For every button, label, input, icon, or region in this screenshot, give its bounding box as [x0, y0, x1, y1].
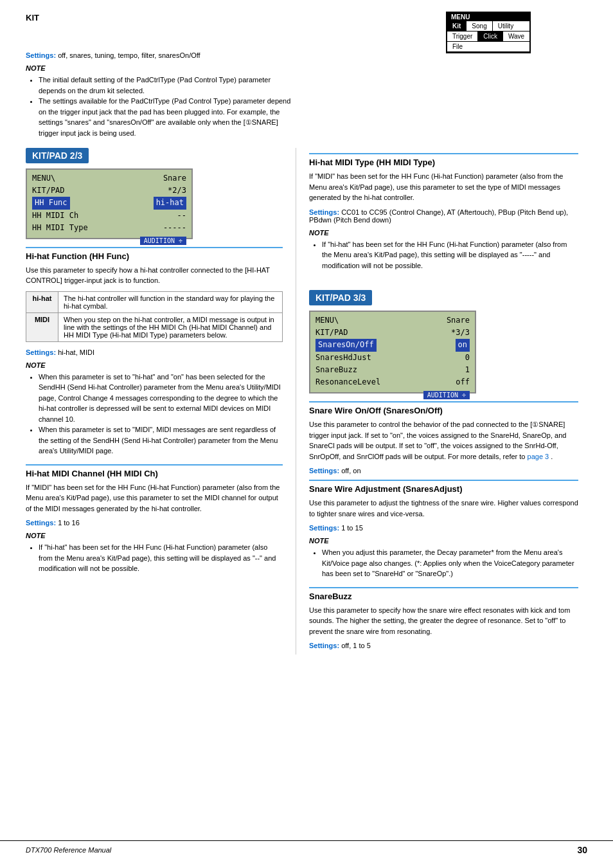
- lcd-page: *2/3: [168, 185, 186, 197]
- snaresonoff-link[interactable]: page 3: [528, 453, 549, 460]
- lcd-row5: HH MIDI Type -----: [32, 222, 186, 234]
- tab-utility[interactable]: Utility: [493, 21, 519, 31]
- hhmidich-settings: Settings: 1 to 16: [26, 519, 283, 527]
- lcd3-row6: ResonanceLevel off: [315, 376, 470, 388]
- settings-value: off, snares, tuning, tempo, filter, snar…: [58, 51, 200, 59]
- hhmidich-description: If "MIDI" has been set for the HH Func (…: [26, 482, 283, 514]
- snaresonoff-divider: [309, 401, 578, 402]
- hhfunc-note-1: When this parameter is set to "hi-hat" a…: [39, 372, 283, 425]
- hhmiditype-divider: [309, 153, 578, 154]
- main-content: KIT/PAD 2/3 MENU\ Snare KIT/PAD *2/3 HH …: [0, 148, 613, 655]
- lcd-audition[interactable]: AUDITION ÷: [140, 237, 186, 245]
- hhmiditype-note: NOTE If "hi-hat" has been set for the HH…: [309, 229, 578, 271]
- kitpad3-section: KIT/PAD 3/3 MENU\ Snare KIT/PAD *3/3 Sna…: [309, 290, 578, 649]
- settings-label: Settings:: [26, 51, 56, 59]
- hhmidich-settings-value: 1 to 16: [58, 519, 80, 527]
- hhmidich-settings-label: Settings:: [26, 519, 56, 527]
- menu-tabs-row2: Trigger Click Wave: [447, 32, 529, 42]
- tab-trigger[interactable]: Trigger: [447, 32, 478, 41]
- lcd3-page: *3/3: [451, 327, 470, 339]
- lcd3-kitpad: KIT/PAD: [315, 327, 348, 339]
- hhfunc-settings: Settings: hi-hat, MIDI: [26, 348, 283, 356]
- snaresadjust-settings: Settings: 1 to 15: [309, 524, 578, 532]
- table-cell-hihat-key: hi-hat: [26, 291, 58, 312]
- kitpad3-lcd: MENU\ Snare KIT/PAD *3/3 SnaresOn/Off on…: [309, 311, 476, 393]
- hhmiditype-settings: Settings: CC01 to CC95 (Control Change),…: [309, 208, 578, 224]
- snaresonoff-settings-label: Settings:: [309, 467, 339, 475]
- snaresadjust-note-1: When you adjust this parameter, the Deca…: [322, 547, 578, 579]
- lcd3-row2: KIT/PAD *3/3: [315, 327, 470, 339]
- lcd3-row3: SnaresOn/Off on: [315, 339, 470, 351]
- lcd3-row1: MENU\ Snare: [315, 314, 470, 327]
- snarebuzz-heading: SnareBuzz: [309, 592, 578, 601]
- snaresadjust-note-list: When you adjust this parameter, the Deca…: [309, 547, 578, 579]
- hhmiditype-note-title: NOTE: [309, 229, 578, 237]
- right-column: Hi-hat MIDI Type (HH MIDI Type) If "MIDI…: [296, 148, 591, 655]
- menu-box: MENU Kit Song Utility Trigger Click Wave…: [446, 12, 531, 53]
- table-cell-midi-key: MIDI: [26, 312, 58, 341]
- table-cell-hihat-value: The hi-hat controller will function in t…: [58, 291, 283, 312]
- snarebuzz-settings-value: off, 1 to 5: [341, 642, 371, 649]
- snaresadjust-divider: [309, 480, 578, 481]
- hhmidich-note-1: If "hi-hat" has been set for the HH Func…: [39, 542, 283, 574]
- hhmidich-heading: Hi-hat MIDI Channel (HH MIDI Ch): [26, 469, 283, 478]
- lcd3-resonance-label: ResonanceLevel: [315, 376, 380, 388]
- snaresonoff-settings-value: off, on: [341, 467, 360, 475]
- hhmidich-note-list: If "hi-hat" has been set for the HH Func…: [26, 542, 283, 574]
- lcd3-resonance-value: off: [456, 376, 470, 388]
- lcd3-row4: SnaresHdJust 0: [315, 352, 470, 364]
- hhmiditype-heading: Hi-hat MIDI Type (HH MIDI Type): [309, 158, 578, 167]
- hhfunc-heading: Hi-hat Function (HH Func): [26, 251, 283, 261]
- table-cell-midi-value: When you step on the hi-hat controller, …: [58, 312, 283, 341]
- left-column: KIT/PAD 2/3 MENU\ Snare KIT/PAD *2/3 HH …: [0, 148, 296, 655]
- snarebuzz-description: Use this parameter to specify how the sn…: [309, 605, 578, 637]
- lcd3-audition[interactable]: AUDITION ÷: [423, 391, 470, 399]
- kitpad2-section: KIT/PAD 2/3 MENU\ Snare KIT/PAD *2/3 HH …: [26, 148, 283, 574]
- lcd-row1: MENU\ Snare: [32, 172, 186, 185]
- lcd3-snarebuzz-value: 1: [465, 364, 470, 376]
- top-note-block: NOTE The initial default setting of the …: [26, 64, 296, 138]
- lcd3-menu: MENU\: [315, 314, 339, 327]
- hhmidich-divider: [26, 464, 283, 466]
- lcd-hhmidich-label: HH MIDI Ch: [32, 210, 78, 222]
- kitpad2-header: KIT/PAD 2/3: [26, 148, 89, 163]
- snaresadjust-settings-label: Settings:: [309, 524, 339, 532]
- lcd-row4: HH MIDI Ch --: [32, 210, 186, 222]
- lcd3-snareshd-label: SnaresHdJust: [315, 352, 371, 364]
- note-title: NOTE: [26, 64, 296, 72]
- snaresadjust-note-title: NOTE: [309, 537, 578, 545]
- lcd-kitpad: KIT/PAD: [32, 185, 65, 197]
- lcd3-row5: SnareBuzz 1: [315, 364, 470, 376]
- lcd-hhfunc-label: HH Func: [32, 197, 70, 209]
- hhmidich-note: NOTE If "hi-hat" has been set for the HH…: [26, 532, 283, 574]
- top-navigation: MENU Kit Song Utility Trigger Click Wave…: [446, 12, 587, 53]
- snaresonoff-desc2: .: [551, 453, 553, 460]
- tab-kit[interactable]: Kit: [447, 21, 466, 31]
- tab-song[interactable]: Song: [466, 21, 492, 31]
- page-title: KIT: [26, 13, 39, 23]
- lcd-hhmiditype-value: -----: [163, 222, 186, 234]
- menu-header: MENU: [447, 13, 529, 21]
- hhmiditype-note-1: If "hi-hat" has been set for the HH Func…: [322, 239, 578, 271]
- hhfunc-note: NOTE When this parameter is set to "hi-h…: [26, 361, 283, 457]
- tab-file[interactable]: File: [447, 42, 468, 51]
- tab-click[interactable]: Click: [478, 32, 503, 41]
- lcd-hhmiditype-label: HH MIDI Type: [32, 222, 88, 234]
- hhfunc-table: hi-hat The hi-hat controller will functi…: [26, 291, 283, 342]
- lcd3-snaresonoff-value: on: [456, 339, 470, 351]
- note-item-1: The initial default setting of the PadCt…: [39, 75, 296, 96]
- lcd3-snarebuzz-label: SnareBuzz: [315, 364, 357, 376]
- snaresadjust-settings-value: 1 to 15: [341, 524, 363, 532]
- snaresonoff-settings: Settings: off, on: [309, 467, 578, 475]
- hhfunc-note-title: NOTE: [26, 361, 283, 369]
- kitpad3-header: KIT/PAD 3/3: [309, 290, 372, 305]
- lcd-snare: Snare: [163, 172, 186, 185]
- top-settings-section: Settings: off, snares, tuning, tempo, fi…: [26, 51, 296, 146]
- tab-wave[interactable]: Wave: [503, 32, 529, 41]
- lcd-hhfunc-value: hi-hat: [154, 197, 186, 209]
- hhmidich-note-title: NOTE: [26, 532, 283, 539]
- snaresonoff-description: Use this parameter to control the behavi…: [309, 419, 578, 462]
- snaresadjust-heading: Snare Wire Adjustment (SnaresAdjust): [309, 484, 578, 494]
- kitpad2-lcd: MENU\ Snare KIT/PAD *2/3 HH Func hi-hat …: [26, 168, 193, 239]
- hhmiditype-note-list: If "hi-hat" has been set for the HH Func…: [309, 239, 578, 271]
